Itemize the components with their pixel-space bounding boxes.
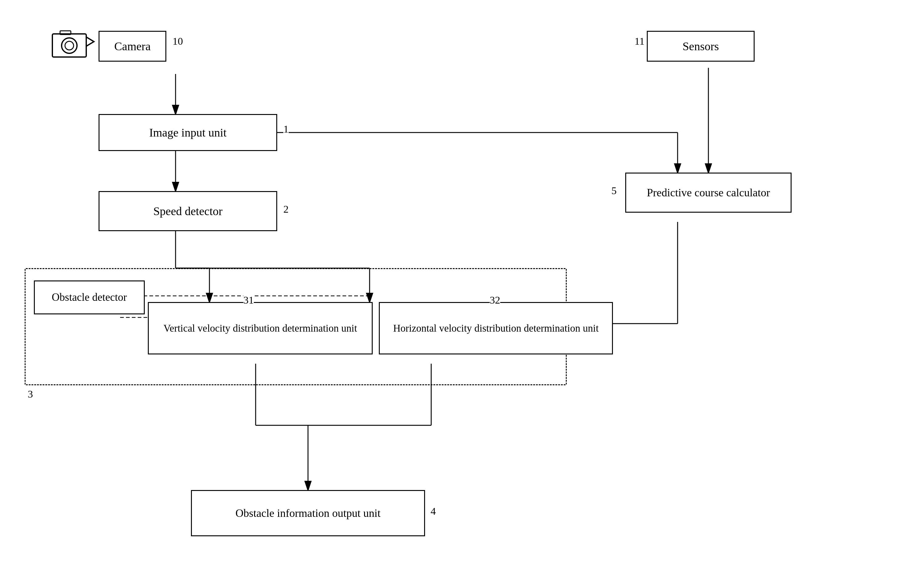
obstacle-output-ref: 4	[430, 505, 436, 517]
predictive-ref: 5	[611, 185, 616, 197]
sensors-label: Sensors	[682, 39, 719, 53]
obstacle-output-box: Obstacle information output unit	[191, 490, 425, 536]
obstacle-detector-label: Obstacle detector	[52, 291, 127, 304]
speed-detector-ref: 2	[284, 203, 289, 215]
predictive-course-box: Predictive course calculator	[625, 173, 792, 213]
svg-point-24	[65, 41, 74, 50]
camera-box: Camera	[99, 31, 166, 62]
image-input-label: Image input unit	[149, 126, 226, 139]
svg-marker-26	[86, 37, 94, 46]
speed-detector-box: Speed detector	[99, 191, 277, 231]
vertical-velocity-label: Vertical velocity distribution determina…	[164, 323, 357, 334]
horizontal-velocity-box: Horizontal velocity distribution determi…	[379, 302, 613, 355]
sensors-box: Sensors	[647, 31, 754, 62]
camera-icon	[46, 25, 96, 62]
image-input-ref: 1	[284, 123, 289, 135]
horizontal-velocity-label: Horizontal velocity distribution determi…	[393, 323, 598, 334]
obstacle-detector-box: Obstacle detector	[34, 280, 145, 314]
image-input-box: Image input unit	[99, 114, 277, 151]
camera-ref: 10	[172, 35, 183, 47]
diagram: Camera 10 Sensors 11 Image input unit 1 …	[0, 0, 924, 564]
sensors-ref: 11	[634, 35, 645, 47]
obstacle-output-label: Obstacle information output unit	[236, 507, 381, 520]
vertical-velocity-box: Vertical velocity distribution determina…	[148, 302, 373, 355]
obstacle-detector-region-ref: 3	[28, 388, 33, 400]
horizontal-velocity-ref: 32	[490, 294, 500, 306]
svg-point-23	[62, 38, 77, 53]
predictive-course-label: Predictive course calculator	[647, 186, 770, 199]
camera-label: Camera	[114, 39, 151, 53]
vertical-velocity-ref: 31	[243, 294, 254, 306]
speed-detector-label: Speed detector	[153, 205, 223, 218]
